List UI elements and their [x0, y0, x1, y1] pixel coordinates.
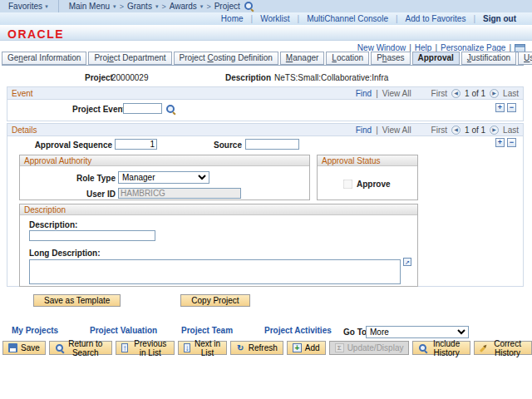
footer-links: My Projects Project Valuation Project Te… — [0, 326, 532, 339]
last-label: Last — [503, 89, 519, 98]
header-link-worklist[interactable]: Worklist — [253, 14, 297, 23]
breadcrumb-trail: Main Menu▾>Grants▾>Awards▾>Project — [59, 1, 254, 12]
include-history-button[interactable]: Include History — [412, 341, 470, 355]
tab-general-information[interactable]: General Information — [2, 52, 86, 65]
next-row-button[interactable]: ▶ — [490, 89, 499, 98]
delete-row-button[interactable]: − — [507, 138, 516, 147]
save-label: Save — [21, 343, 40, 352]
footer-link-my-projects[interactable]: My Projects — [12, 326, 58, 335]
source-label: Source — [207, 140, 242, 150]
project-label: Project — [85, 73, 113, 82]
description-label: Description — [225, 73, 271, 82]
refresh-label: Refresh — [249, 343, 278, 352]
project-value: 20000029 — [111, 73, 149, 82]
tab-justification[interactable]: Justification — [461, 52, 516, 65]
page-action-buttons: Save as TemplateCopy Project — [33, 294, 250, 307]
footer-link-project-team[interactable]: Project Team — [181, 326, 233, 335]
breadcrumb: Favorites ▾ Main Menu▾>Grants▾>Awards▾>P… — [0, 0, 532, 12]
save-as-template-button[interactable]: Save as Template — [33, 294, 121, 307]
header-link-home[interactable]: Home — [214, 14, 251, 23]
description-group-title: Description — [20, 204, 417, 215]
details-row-nav: Find | View All First ◀ 1 of 1 ▶ Last — [356, 126, 519, 135]
return-to-search-label: Return to Search — [64, 339, 106, 357]
add-label: Add — [305, 343, 320, 352]
details-section: Details Find | View All First ◀ 1 of 1 ▶… — [7, 123, 524, 287]
chevron-down-icon: ▾ — [113, 3, 116, 10]
previous-in-list-button[interactable]: ↑Previous in List — [116, 341, 175, 355]
next-in-list-icon: ↓ — [184, 343, 190, 352]
save-button[interactable]: Save — [2, 341, 46, 355]
find-link[interactable]: Find — [356, 89, 372, 98]
approval-sequence-input[interactable] — [115, 139, 157, 150]
update-display-label: Update/Display — [347, 343, 404, 352]
tab-approval[interactable]: Approval — [412, 52, 460, 65]
add-button[interactable]: +Add — [287, 341, 326, 355]
tab-phases[interactable]: Phases — [371, 52, 410, 65]
correct-history-icon — [480, 347, 485, 352]
tab-project-costing-definition[interactable]: Project Costing Definition — [174, 52, 278, 65]
header-link-add-to-favorites[interactable]: Add to Favorites — [398, 14, 474, 23]
event-section: Event Find | View All First ◀ 1 of 1 ▶ L… — [7, 86, 524, 121]
view-all-link: View All — [382, 126, 411, 135]
next-row-button[interactable]: ▶ — [490, 126, 499, 135]
approval-status-group: Approval Status Approve — [317, 155, 418, 200]
add-row-button[interactable]: + — [495, 138, 505, 147]
long-description-textarea[interactable] — [29, 259, 401, 284]
project-event-input[interactable] — [123, 103, 162, 114]
delete-row-button[interactable]: − — [507, 103, 516, 112]
tab-manager[interactable]: Manager — [280, 52, 324, 65]
prev-in-list-icon: ↑ — [121, 343, 128, 352]
breadcrumb-separator: > — [206, 2, 210, 11]
copy-url-icon[interactable] — [515, 44, 525, 52]
footer-link-project-activities[interactable]: Project Activities — [264, 326, 332, 335]
peoplesoft-project-approval-page: Favorites ▾ Main Menu▾>Grants▾>Awards▾>P… — [0, 0, 532, 399]
tab-user-fields[interactable]: User Fields — [518, 52, 532, 65]
favorites-menu[interactable]: Favorites ▾ — [0, 0, 59, 12]
find-link[interactable]: Find — [356, 126, 372, 135]
event-row-nav: Find | View All First ◀ 1 of 1 ▶ Last — [356, 89, 519, 98]
first-label: First — [431, 126, 447, 135]
tab-divider — [2, 65, 524, 66]
header-link-multichannel-console[interactable]: MultiChannel Console — [299, 14, 396, 23]
event-header: Event Find | View All First ◀ 1 of 1 ▶ L… — [7, 87, 523, 100]
description-input[interactable] — [29, 230, 155, 241]
row-count: 1 of 1 — [465, 126, 485, 135]
project-event-label: Project Event — [72, 105, 126, 114]
goto-select[interactable]: More — [366, 326, 469, 338]
breadcrumb-item-grants[interactable]: Grants — [127, 2, 152, 11]
tab-location[interactable]: Location — [326, 52, 369, 65]
tab-project-department[interactable]: Project Department — [88, 52, 171, 65]
approval-authority-title: Approval Authority — [20, 155, 309, 166]
event-body: Project Event + − — [7, 100, 523, 121]
add-row-button[interactable]: + — [495, 103, 505, 112]
refresh-button[interactable]: ↻Refresh — [230, 341, 283, 355]
project-event-lookup-icon[interactable] — [165, 104, 176, 115]
first-label: First — [431, 89, 447, 98]
expand-long-description-icon[interactable]: ↗ — [403, 258, 411, 266]
breadcrumb-item-project[interactable]: Project — [214, 2, 240, 11]
update-display-button: ΣUpdate/Display — [329, 341, 410, 355]
chevron-down-icon: ▾ — [45, 3, 48, 10]
copy-project-button[interactable]: Copy Project — [180, 294, 249, 307]
source-input[interactable] — [245, 139, 299, 150]
breadcrumb-separator: > — [161, 2, 165, 11]
next-in-list-label: Next in List — [194, 339, 221, 357]
add-icon: + — [293, 343, 302, 352]
return-to-search-button[interactable]: Return to Search — [49, 341, 112, 355]
approve-label: Approve — [357, 180, 391, 189]
breadcrumb-item-awards[interactable]: Awards — [170, 2, 197, 11]
next-in-list-button[interactable]: ↓Next in List — [178, 341, 226, 355]
breadcrumb-item-main-menu[interactable]: Main Menu — [69, 2, 110, 11]
role-type-select[interactable]: Manager — [118, 171, 209, 184]
previous-row-button[interactable]: ◀ — [451, 126, 461, 135]
previous-row-button[interactable]: ◀ — [451, 89, 461, 98]
event-row-actions: + − — [495, 103, 516, 112]
correct-history-button[interactable]: Correct History — [474, 341, 532, 355]
details-row-actions: + − — [495, 138, 516, 147]
header-link-sign-out[interactable]: Sign out — [475, 14, 524, 23]
breadcrumb-search-icon[interactable] — [244, 1, 254, 12]
view-all-link: View All — [382, 89, 411, 98]
approval-status-title: Approval Status — [318, 155, 417, 166]
footer-link-project-valuation[interactable]: Project Valuation — [90, 326, 157, 335]
approval-authority-group: Approval Authority Role Type Manager Use… — [19, 155, 310, 200]
